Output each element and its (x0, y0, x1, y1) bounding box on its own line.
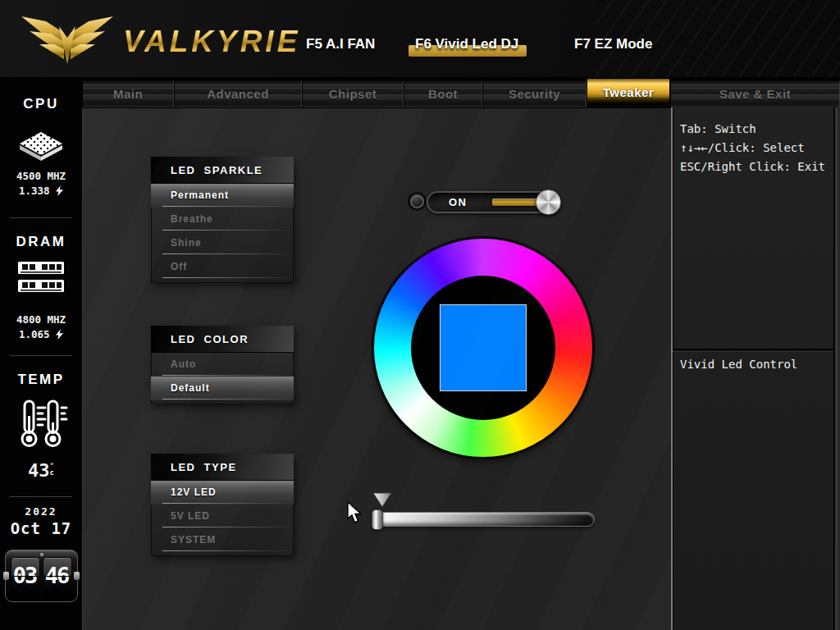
date-month-day: Oct 17 (0, 519, 82, 537)
led-color-title: LED COLOR (151, 326, 294, 353)
clock-minutes: 46 (43, 557, 72, 595)
hint-tab-switch: Tab: Switch (680, 120, 825, 139)
sidebar-divider (10, 496, 72, 497)
mouse-cursor (347, 501, 363, 524)
led-color-panel: LED COLOR Auto Default (151, 326, 294, 404)
help-panel-divider (673, 349, 833, 352)
option-auto[interactable]: Auto (151, 353, 294, 377)
option-system[interactable]: SYSTEM (151, 528, 294, 552)
option-shine[interactable]: Shine (151, 231, 294, 255)
led-type-panel: LED TYPE 12V LED 5V LED SYSTEM (151, 454, 294, 556)
thermometer-icon (0, 398, 82, 452)
tab-main[interactable]: Main (82, 81, 174, 107)
option-permanent[interactable]: Permanent (151, 184, 294, 208)
menu-f5-ai-fan[interactable]: F5 A.I FAN (306, 36, 375, 52)
tab-boot[interactable]: Boot (404, 81, 482, 107)
header: VALKYRIE F5 A.I FAN F6 Vivid Led DJ F7 E… (0, 0, 840, 78)
temp-section-title: TEMP (0, 372, 82, 388)
option-off[interactable]: Off (151, 255, 294, 279)
tab-tweaker[interactable]: Tweaker (587, 79, 670, 107)
led-sparkle-title: LED SPARKLE (151, 157, 294, 184)
clock-knob-right (74, 572, 80, 580)
led-sparkle-panel: LED SPARKLE Permanent Breathe Shine Off (151, 157, 294, 283)
dram-voltage: 1.065 (0, 328, 82, 340)
tab-security[interactable]: Security (482, 81, 587, 107)
cpu-voltage: 1.338 (0, 185, 82, 197)
brand-title: VALKYRIE (123, 25, 300, 59)
cpu-section-title: CPU (0, 96, 82, 112)
tab-bar: Main Advanced Chipset Boot Security Twea… (82, 79, 840, 107)
tab-save-exit[interactable]: Save & Exit (670, 81, 840, 107)
brightness-slider-track[interactable] (377, 512, 595, 527)
option-12v-led[interactable]: 12V LED (151, 481, 294, 504)
tab-advanced[interactable]: Advanced (174, 81, 302, 107)
hint-arrows-select: ↑↓→←/Click: Select (680, 139, 825, 158)
menu-f7-ez-mode[interactable]: F7 EZ Mode (574, 36, 652, 52)
voltage-bolt-icon (56, 185, 63, 196)
voltage-bolt-icon (56, 329, 63, 340)
menu-f6-vivid-led-dj[interactable]: F6 Vivid Led DJ (415, 36, 518, 52)
led-type-title: LED TYPE (151, 454, 294, 481)
led-power-switch[interactable]: ON (427, 191, 559, 213)
key-hints: Tab: Switch ↑↓→←/Click: Select ESC/Right… (680, 120, 825, 176)
dram-frequency: 4800 MHZ (0, 313, 82, 326)
clock-hours: 03 (11, 557, 40, 595)
color-wheel[interactable] (372, 237, 594, 459)
temp-value: 43 °c (0, 460, 82, 481)
sidebar-divider (10, 355, 72, 356)
cpu-chip-icon (0, 124, 82, 163)
date-year: 2022 (0, 505, 82, 518)
brightness-slider-pointer[interactable] (372, 492, 392, 509)
item-description: Vivid Led Control (680, 358, 797, 371)
bios-screen: VALKYRIE F5 A.I FAN F6 Vivid Led DJ F7 E… (0, 0, 840, 630)
option-5v-led[interactable]: 5V LED (151, 504, 294, 528)
flip-clock: 03 46 (5, 550, 78, 602)
power-led-indicator (410, 194, 424, 208)
option-breathe[interactable]: Breathe (151, 208, 294, 231)
sidebar-divider (10, 217, 72, 218)
hint-esc-exit: ESC/Right Click: Exit (680, 158, 825, 176)
cpu-frequency: 4500 MHZ (0, 170, 82, 182)
vivid-led-dj-panel: LED SPARKLE Permanent Breathe Shine Off … (82, 107, 671, 630)
dram-modules-icon (0, 258, 82, 301)
switch-on-label: ON (449, 193, 468, 212)
dram-section-title: DRAM (0, 234, 82, 250)
status-sidebar: CPU 4500 MHZ 1.338 DRAM (0, 78, 82, 630)
valkyrie-wings-logo (18, 10, 116, 67)
brightness-slider-handle[interactable] (372, 509, 383, 530)
tab-chipset[interactable]: Chipset (302, 81, 404, 107)
selected-color-swatch (440, 304, 527, 391)
help-panel: Tab: Switch ↑↓→←/Click: Select ESC/Right… (671, 107, 833, 630)
clock-knob-left (3, 572, 9, 580)
switch-knob[interactable] (536, 189, 561, 215)
scrollbar-track[interactable] (834, 107, 840, 630)
option-default[interactable]: Default (151, 377, 294, 400)
